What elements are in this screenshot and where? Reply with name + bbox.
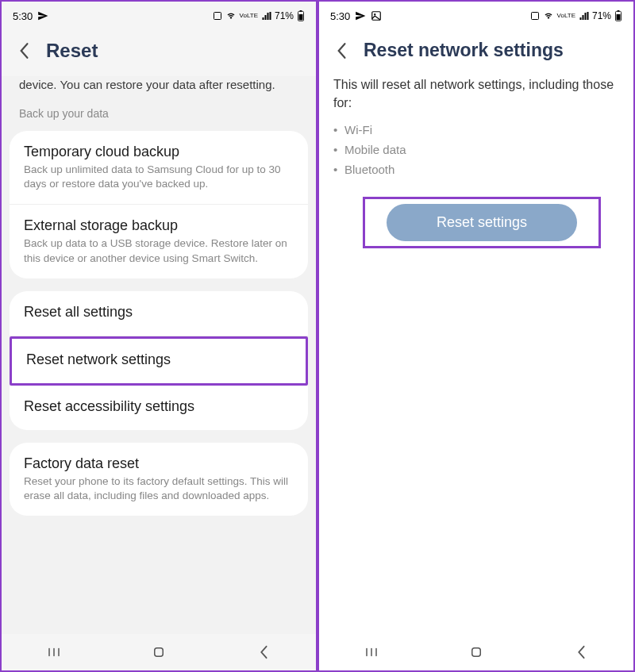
battery-icon — [614, 10, 622, 21]
svg-rect-2 — [300, 10, 302, 11]
wifi-icon — [543, 11, 554, 21]
item-title: Temporary cloud backup — [24, 144, 294, 160]
nfc-icon — [530, 11, 540, 21]
external-storage-backup-item[interactable]: External storage backup Back up data to … — [10, 205, 308, 278]
page-title: Reset network settings — [364, 40, 564, 61]
bullet-mobile-data: Mobile data — [333, 140, 619, 159]
image-icon — [371, 10, 382, 21]
svg-rect-11 — [472, 648, 481, 657]
svg-point-6 — [374, 13, 375, 15]
recents-button[interactable] — [45, 643, 63, 661]
item-desc: Reset your phone to its factory default … — [24, 474, 294, 503]
back-button[interactable] — [255, 643, 272, 661]
reset-options-card: Reset all settings Reset network setting… — [10, 291, 308, 430]
nfc-icon — [213, 11, 222, 21]
description-text: This will reset all network settings, in… — [319, 75, 633, 120]
factory-data-reset-item[interactable]: Factory data reset Reset your phone to i… — [10, 443, 308, 516]
item-desc: Back up data to a USB storage device. Re… — [24, 236, 294, 265]
backup-section-label: Back up your data — [10, 101, 308, 131]
home-button[interactable] — [468, 643, 485, 661]
item-title: Reset accessibility settings — [24, 398, 294, 415]
temporary-cloud-backup-item[interactable]: Temporary cloud backup Back up unlimited… — [10, 131, 308, 205]
home-button[interactable] — [150, 643, 167, 661]
svg-rect-10 — [617, 14, 621, 20]
reset-network-settings-item[interactable]: Reset network settings — [10, 336, 308, 386]
signal-icon — [579, 11, 589, 21]
reset-accessibility-settings-item[interactable]: Reset accessibility settings — [10, 386, 308, 430]
factory-reset-card: Factory data reset Reset your phone to i… — [10, 443, 308, 516]
telegram-icon — [37, 10, 48, 21]
intro-text: device. You can restore your data after … — [10, 76, 308, 101]
recents-button[interactable] — [363, 643, 380, 661]
status-time: 5:30 — [13, 10, 33, 22]
page-header: Reset — [2, 30, 316, 76]
svg-rect-3 — [299, 14, 303, 20]
page-header: Reset network settings — [319, 30, 633, 75]
back-icon[interactable] — [16, 43, 32, 59]
phone-screenshot-reset-network: 5:30 VoLTE 71% — [318, 0, 635, 672]
status-bar: 5:30 VoLTE 71% — [319, 2, 633, 30]
volte-label: VoLTE — [240, 13, 258, 19]
back-button[interactable] — [572, 643, 590, 661]
phone-screenshot-reset-menu: 5:30 VoLTE 71% Reset — [0, 0, 318, 672]
item-title: Factory data reset — [24, 455, 294, 472]
reset-network-content: This will reset all network settings, in… — [319, 75, 633, 634]
status-bar: 5:30 VoLTE 71% — [2, 2, 316, 30]
reset-settings-button[interactable]: Reset settings — [387, 204, 577, 241]
svg-rect-9 — [618, 10, 620, 11]
volte-label: VoLTE — [557, 13, 575, 19]
bullet-wifi: Wi-Fi — [333, 120, 619, 140]
android-nav-bar — [319, 634, 633, 670]
svg-rect-7 — [531, 13, 538, 20]
telegram-icon — [355, 10, 366, 21]
status-time: 5:30 — [330, 10, 350, 22]
svg-rect-4 — [155, 648, 164, 657]
highlight-box: Reset settings — [363, 197, 601, 248]
item-title: Reset all settings — [24, 304, 294, 321]
item-desc: Back up unlimited data to Samsung Cloud … — [24, 163, 294, 191]
back-icon[interactable] — [333, 43, 349, 59]
signal-icon — [261, 11, 271, 21]
page-title: Reset — [46, 40, 98, 62]
backup-card: Temporary cloud backup Back up unlimited… — [10, 131, 308, 278]
battery-percentage: 71% — [592, 10, 611, 21]
battery-percentage: 71% — [275, 10, 294, 21]
wifi-icon — [225, 11, 237, 21]
item-title: External storage backup — [24, 217, 294, 234]
bullet-bluetooth: Bluetooth — [333, 159, 619, 179]
android-nav-bar — [2, 634, 316, 670]
bullet-list: Wi-Fi Mobile data Bluetooth — [319, 120, 633, 179]
battery-icon — [297, 10, 305, 21]
svg-rect-0 — [214, 13, 221, 20]
settings-content: device. You can restore your data after … — [2, 76, 316, 634]
item-title: Reset network settings — [26, 351, 291, 368]
reset-all-settings-item[interactable]: Reset all settings — [10, 291, 308, 336]
